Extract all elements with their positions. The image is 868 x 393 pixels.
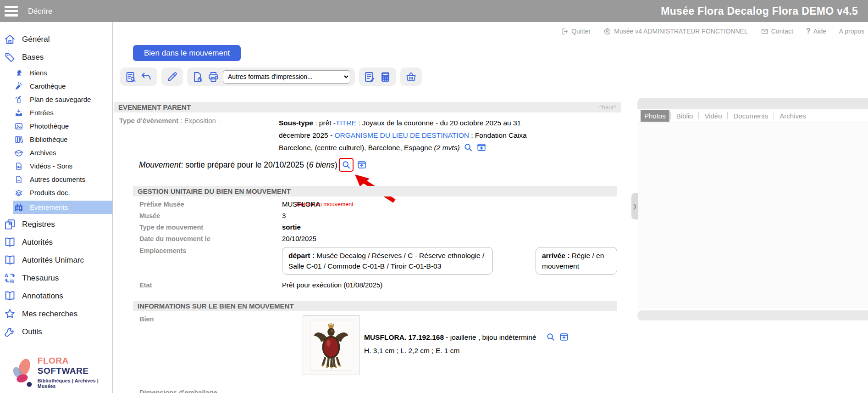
open-book-icon xyxy=(4,236,16,248)
mouvement-open-window-icon[interactable] xyxy=(357,160,367,170)
bien-thumbnail[interactable] xyxy=(303,315,359,375)
edit-button[interactable] xyxy=(166,71,178,83)
sidebar-item-bases[interactable]: Bases xyxy=(0,48,112,66)
extinguisher-icon xyxy=(14,95,23,104)
tag-icon xyxy=(4,51,16,63)
event-parent-section: EVENEMENT PARENT ^haut^ Type d'évènement… xyxy=(114,102,621,172)
media-tab-biblio[interactable]: Biblio xyxy=(672,110,698,122)
gestion-section: GESTION UNITAIRE DU BIEN EN MOUVEMENT Pr… xyxy=(133,186,617,292)
sidebar-item-autorit-s[interactable]: Autorités xyxy=(0,233,112,251)
mouvement-line: Mouvement : sortie préparé pour le 20/10… xyxy=(139,158,621,172)
hamburger-menu-icon[interactable] xyxy=(5,6,18,17)
photo-icon xyxy=(14,122,23,131)
print-format-select[interactable]: Autres formats d'impression... xyxy=(223,70,350,84)
media-tab-archives[interactable]: Archives xyxy=(775,110,811,122)
about-link[interactable]: A propos xyxy=(839,28,864,35)
sidebar-item-thesaurus[interactable]: ABThesaurus xyxy=(0,269,112,287)
sidebar-item-ev-nements[interactable]: Evènements xyxy=(13,201,112,214)
user-menu[interactable]: Musée v4 ADMINISTRATEUR FONCTIONNEL xyxy=(603,28,747,35)
user-label: Musée v4 ADMINISTRATEUR FONCTIONNEL xyxy=(614,28,747,35)
brand-tagline: Bibliothèques | Archives | Musées xyxy=(38,378,108,389)
registers-icon xyxy=(4,218,16,230)
media-tab-vidéo[interactable]: Vidéo xyxy=(700,110,726,122)
help-icon: ? xyxy=(806,27,811,35)
media-panel-body xyxy=(637,123,868,309)
sidebar-item-caroth-que[interactable]: Carothèque xyxy=(0,79,112,93)
tab-separator xyxy=(670,112,671,119)
sidebar-item-g-n-ral[interactable]: Général xyxy=(0,30,112,48)
back-button[interactable] xyxy=(140,71,153,83)
svg-text:A: A xyxy=(5,272,9,279)
sidebar-item-entr-es[interactable]: Entrées xyxy=(0,106,112,119)
sidebar-item-phototh-que[interactable]: Photothèque xyxy=(0,119,112,133)
sidebar-item-archives[interactable]: Archives xyxy=(0,146,112,159)
sidebar-item-label: Thesaurus xyxy=(22,274,59,283)
statistics-button[interactable] xyxy=(379,71,392,83)
field-label: Date du mouvement le xyxy=(133,235,282,242)
field-label: Musée xyxy=(133,212,282,219)
quit-link[interactable]: Quitter xyxy=(561,28,591,35)
sidebar-item-produits-doc-[interactable]: Produits doc. xyxy=(0,186,112,199)
mvts-count: (2 mvts) xyxy=(434,144,460,152)
bien-ref-line: MUSFLORA. 17.192.168 - joaillerie , bijo… xyxy=(364,332,569,342)
field-value: 3 xyxy=(282,212,286,219)
sidebar-item-label: Carothèque xyxy=(30,82,66,90)
sidebar-item-label: Vidéos - Sons xyxy=(30,162,72,170)
sidebar-item-label: Registres xyxy=(22,220,55,229)
bien-dans-le-mouvement-tab[interactable]: Bien dans le mouvement xyxy=(133,45,241,61)
tab-separator xyxy=(727,112,728,119)
sidebar-item-mes-recherches[interactable]: Mes recherches xyxy=(0,305,112,323)
sidebar-item-label: Bases xyxy=(22,53,44,62)
print-button[interactable] xyxy=(207,71,220,83)
event-search-icon[interactable] xyxy=(463,142,473,152)
wrench-icon xyxy=(4,326,16,338)
books-icon xyxy=(14,135,23,144)
carrot-icon xyxy=(14,82,23,91)
basket-button[interactable] xyxy=(405,71,417,83)
sidebar-item-vid-os-sons[interactable]: Vidéos - Sons xyxy=(0,159,112,173)
sidebar-item-annotations[interactable]: Annotations xyxy=(0,287,112,305)
sidebar-item-autres-documents[interactable]: Autres documents xyxy=(0,173,112,186)
sidebar-item-label: Plan de sauvegarde xyxy=(30,95,91,103)
sidebar: GénéralBasesBiensCarothèquePlan de sauve… xyxy=(0,22,113,393)
mouvement-label: Mouvement xyxy=(139,160,181,170)
sidebar-item-label: Annotations xyxy=(22,292,63,301)
help-link[interactable]: ? Aide xyxy=(806,27,826,35)
sidebar-item-label: Biens xyxy=(30,69,47,77)
export-document-button[interactable] xyxy=(192,71,204,83)
contact-label: Contact xyxy=(771,28,793,35)
list-display-button[interactable] xyxy=(125,71,137,83)
top-anchor-link[interactable]: ^haut^ xyxy=(599,104,616,111)
sidebar-item-biblioth-que[interactable]: Bibliothèque xyxy=(0,133,112,146)
panel-collapse-handle[interactable]: ❯ xyxy=(631,193,638,219)
svg-text:B: B xyxy=(10,278,14,284)
tab-separator xyxy=(698,112,699,119)
about-label: A propos xyxy=(839,28,864,35)
infos-bien-section: INFORMATIONS SUR LE BIEN EN MOUVEMENT Bi… xyxy=(133,301,617,393)
mouvement-search-icon[interactable] xyxy=(341,160,351,170)
report-button[interactable] xyxy=(364,71,376,83)
gestion-title: GESTION UNITAIRE DU BIEN EN MOUVEMENT xyxy=(138,187,291,195)
sidebar-item-biens[interactable]: Biens xyxy=(0,66,112,79)
gestion-row: Musée3 xyxy=(133,212,617,223)
titre-link[interactable]: TITRE xyxy=(336,119,356,127)
event-open-window-icon[interactable] xyxy=(476,142,487,152)
sidebar-item-outils[interactable]: Outils xyxy=(0,323,112,341)
annotation-red-box xyxy=(339,158,354,172)
sidebar-item-registres[interactable]: Registres xyxy=(0,215,112,233)
quit-label: Quitter xyxy=(571,28,591,35)
brand-software: SOFTWARE xyxy=(38,366,89,376)
organisme-link[interactable]: ORGANISME DU LIEU DE DESTINATION xyxy=(335,131,469,139)
calendar-icon xyxy=(14,203,23,212)
contact-link[interactable]: Contact xyxy=(761,28,793,35)
field-value: 20/10/2025 xyxy=(282,235,316,242)
bien-open-window-icon[interactable] xyxy=(559,332,569,342)
sidebar-item-plan-de-sauvegarde[interactable]: Plan de sauvegarde xyxy=(0,93,112,106)
sidebar-item-autorit-s-unimarc[interactable]: Autorités Unimarc xyxy=(0,251,112,269)
video-file-icon xyxy=(14,162,23,171)
media-panel: PhotosBiblioVidéoDocumentsArchives xyxy=(637,98,868,309)
bien-search-icon[interactable] xyxy=(546,332,556,342)
media-tab-photos[interactable]: Photos xyxy=(641,110,669,122)
mouvement-count: 6 biens xyxy=(309,160,335,170)
media-tab-documents[interactable]: Documents xyxy=(729,110,773,122)
